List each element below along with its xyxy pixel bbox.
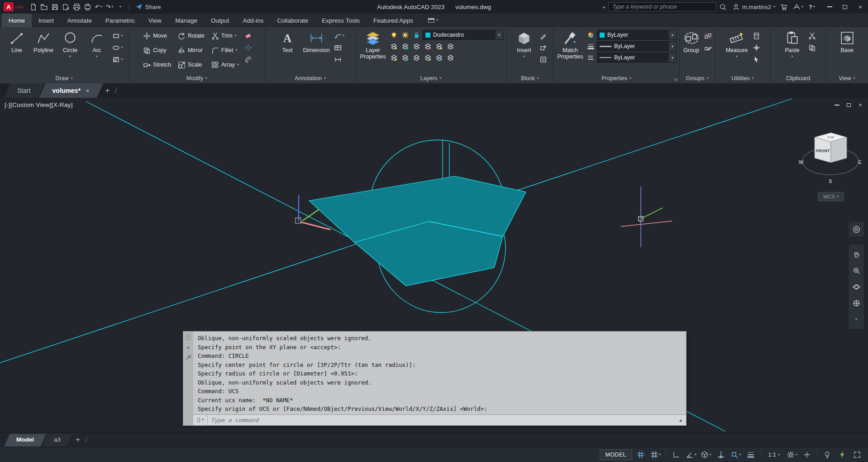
cut-button[interactable]	[807, 31, 817, 41]
batch-plot-button[interactable]	[82, 1, 93, 12]
save-as-button[interactable]	[61, 1, 72, 12]
block-create-button[interactable]	[538, 43, 548, 53]
lineweight-list-button[interactable]	[586, 41, 596, 51]
tab-insert[interactable]: Insert	[32, 14, 61, 27]
save-button[interactable]	[50, 1, 61, 12]
file-tab-volumes[interactable]: volumes* ×	[42, 83, 100, 98]
scale-button[interactable]: Scale	[175, 58, 207, 72]
table-button[interactable]	[333, 43, 346, 53]
command-window-grip[interactable]	[186, 333, 191, 341]
quick-calc-button[interactable]	[751, 31, 762, 41]
layer-state-button[interactable]	[445, 41, 456, 51]
panel-block-label[interactable]: Block▾	[507, 73, 553, 83]
measure-button[interactable]: Measure ▾	[724, 29, 750, 58]
layer-on-tool-button[interactable]	[400, 53, 410, 63]
recent-commands-button[interactable]: ▾	[193, 415, 208, 425]
pan-button[interactable]	[849, 246, 863, 262]
object-snap-tracking-button[interactable]	[715, 449, 727, 460]
steering-wheel-button[interactable]	[849, 295, 863, 311]
drawing-area[interactable]: [-][Custom View][X-Ray] × TOP FRONT W S …	[0, 98, 868, 432]
ribbon-display-toggle[interactable]: ▾	[424, 14, 442, 27]
viewcube-top-label[interactable]: TOP	[827, 135, 834, 140]
viewport-controls[interactable]: [-][Custom View][X-Ray]	[5, 101, 73, 108]
navigation-wheel-button[interactable]	[848, 221, 864, 237]
isometric-drafting-button[interactable]: ▾	[700, 449, 712, 460]
layer-freeze-isolate-button[interactable]	[411, 41, 422, 51]
layer-unisolate-button[interactable]	[400, 41, 410, 51]
file-tab-start[interactable]: Start	[6, 83, 42, 98]
command-input[interactable]	[208, 417, 675, 424]
panel-modify-label[interactable]: Modify▾	[129, 73, 265, 83]
search-expand-icon[interactable]: ▸	[603, 5, 606, 10]
circle-button[interactable]: Circle ▾	[57, 29, 83, 58]
zoom-button[interactable]	[849, 262, 863, 279]
layer-isolate-button[interactable]	[389, 41, 399, 51]
explode-button[interactable]	[243, 43, 253, 53]
minimize-button[interactable]	[822, 0, 837, 14]
redo-button[interactable]: ↷▾	[104, 1, 115, 12]
navbar-more-button[interactable]: ▾	[849, 311, 863, 327]
rotate-button[interactable]: Rotate	[175, 29, 207, 43]
layer-unlock-tool-button[interactable]	[445, 53, 456, 63]
ortho-mode-button[interactable]	[670, 449, 682, 460]
orbit-button[interactable]	[849, 279, 863, 295]
tab-express-tools[interactable]: Express Tools	[315, 14, 367, 27]
customization-button[interactable]	[801, 449, 813, 460]
insert-button[interactable]: Insert ▾	[511, 29, 537, 58]
linetype-dropdown[interactable]: ByLayer ▾	[597, 53, 677, 63]
copy-button[interactable]: Copy	[140, 43, 174, 57]
layer-off-tool-button[interactable]	[389, 53, 399, 63]
array-button[interactable]: Array▾	[209, 58, 242, 72]
panel-view-label[interactable]: View▾	[826, 73, 868, 83]
panel-annotation-label[interactable]: Annotation▾	[266, 73, 355, 83]
lineweight-display-button[interactable]	[744, 449, 757, 460]
command-scroll-up-button[interactable]: ▲	[675, 418, 686, 423]
copy-clip-button[interactable]	[807, 43, 817, 53]
snap-mode-button[interactable]: ▾	[649, 449, 662, 460]
tab-parametric[interactable]: Parametric	[99, 14, 142, 27]
panel-clipboard-label[interactable]: Clipboard	[771, 73, 825, 83]
layer-properties-button[interactable]: Layer Properties	[358, 29, 387, 60]
block-attributes-button[interactable]	[538, 54, 548, 64]
search-button[interactable]	[718, 1, 729, 12]
offset-button[interactable]	[243, 54, 253, 64]
multileader-button[interactable]: ▾	[333, 31, 346, 41]
polar-tracking-button[interactable]: ▾	[685, 449, 697, 460]
file-tab-close-icon[interactable]: ×	[86, 87, 90, 94]
app-store-button[interactable]	[779, 1, 790, 12]
command-window-close-button[interactable]: ×	[186, 345, 190, 351]
trim-button[interactable]: Trim▾	[209, 29, 242, 43]
group-edit-button[interactable]	[703, 43, 713, 53]
viewcube-west-label[interactable]: W	[799, 159, 804, 165]
share-button[interactable]: Share	[132, 1, 165, 12]
dropdown-caret-icon[interactable]: ▾	[669, 53, 676, 62]
tab-collaborate[interactable]: Collaborate	[270, 14, 315, 27]
layer-prev-button[interactable]	[434, 41, 444, 51]
object-snap-button[interactable]: ▾	[730, 449, 742, 460]
layer-freeze-button[interactable]	[400, 30, 410, 40]
dimension-button[interactable]: Dimension	[301, 29, 331, 53]
maximize-button[interactable]	[837, 0, 853, 14]
rectangle-button[interactable]: ▾	[111, 31, 124, 41]
undo-button[interactable]: ↶▾	[93, 1, 104, 12]
view-cube[interactable]: TOP FRONT W S E	[787, 120, 868, 197]
block-edit-button[interactable]	[538, 31, 548, 41]
viewport-restore-button[interactable]	[844, 101, 854, 110]
dialog-launcher-icon[interactable]: ↘	[673, 76, 677, 82]
layer-match-button[interactable]	[423, 41, 433, 51]
id-point-button[interactable]	[751, 43, 762, 53]
polyline-button[interactable]: Polyline	[31, 29, 56, 53]
dimension-style-button[interactable]	[333, 54, 346, 64]
viewport-close-button[interactable]: ×	[855, 101, 865, 110]
account-button[interactable]: m.martins2 ▾	[730, 1, 777, 12]
panel-layers-label[interactable]: Layers▾	[355, 73, 506, 83]
ellipse-button[interactable]: ▾	[111, 43, 124, 53]
dropdown-caret-icon[interactable]: ▾	[669, 30, 676, 39]
hatch-button[interactable]: ▾	[111, 54, 124, 64]
viewcube-front-label[interactable]: FRONT	[816, 149, 830, 153]
mirror-button[interactable]: Mirror	[175, 43, 207, 57]
layer-freeze-tool-button[interactable]	[411, 53, 422, 63]
panel-utilities-label[interactable]: Utilities▾	[715, 73, 770, 83]
text-button[interactable]: A Text	[275, 29, 300, 53]
command-customize-button[interactable]	[185, 355, 191, 361]
